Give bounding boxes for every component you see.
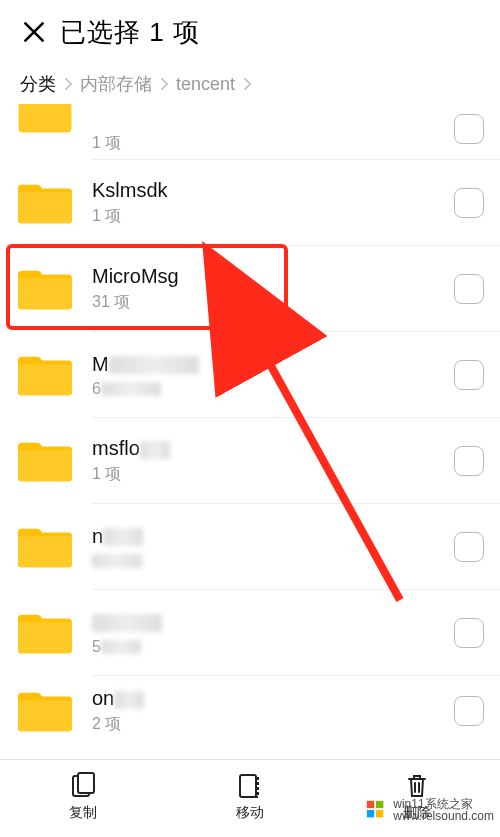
list-item[interactable]: 1 项: [0, 104, 500, 160]
folder-icon: [16, 688, 74, 734]
svg-rect-4: [367, 801, 374, 808]
watermark-logo-icon: [365, 799, 387, 821]
watermark-url: www.relsound.com: [393, 810, 494, 823]
svg-rect-5: [376, 801, 383, 808]
chevron-right-icon: [60, 77, 76, 91]
folder-name: MicroMsg: [92, 265, 446, 288]
list-item[interactable]: n: [0, 504, 500, 590]
folder-icon: [16, 104, 74, 134]
folder-name: Kslmsdk: [92, 179, 446, 202]
breadcrumb-seg[interactable]: tencent: [172, 74, 239, 95]
checkbox[interactable]: [454, 618, 484, 648]
folder-subtext: 6: [92, 380, 446, 398]
close-button[interactable]: [20, 18, 48, 46]
folder-icon: [16, 180, 74, 226]
folder-icon: [16, 266, 74, 312]
folder-subtext: 5: [92, 638, 446, 656]
svg-rect-2: [78, 773, 94, 793]
list-item[interactable]: on 2 项: [0, 676, 500, 746]
close-icon: [21, 19, 47, 45]
folder-icon: [16, 524, 74, 570]
folder-name: [92, 611, 446, 634]
folder-subtext: 1 项: [92, 206, 446, 227]
chevron-right-icon: [239, 77, 255, 91]
move-action[interactable]: 移动: [220, 772, 280, 822]
action-label: 复制: [69, 804, 97, 822]
svg-rect-7: [376, 810, 383, 817]
folder-icon: [16, 352, 74, 398]
checkbox[interactable]: [454, 274, 484, 304]
svg-rect-6: [367, 810, 374, 817]
folder-name: on: [92, 687, 446, 710]
trash-icon: [403, 772, 431, 800]
list-item[interactable]: msflo 1 项: [0, 418, 500, 504]
folder-list: 1 项 Kslmsdk 1 项 MicroMsg 31 项: [0, 104, 500, 746]
folder-subtext: 31 项: [92, 292, 446, 313]
folder-subtext: 1 项: [92, 133, 446, 154]
svg-rect-3: [240, 775, 256, 797]
copy-icon: [69, 772, 97, 800]
list-item[interactable]: Kslmsdk 1 项: [0, 160, 500, 246]
folder-icon: [16, 438, 74, 484]
list-item-micromsg[interactable]: MicroMsg 31 项: [0, 246, 500, 332]
checkbox[interactable]: [454, 114, 484, 144]
page-title: 已选择 1 项: [60, 15, 200, 50]
action-label: 移动: [236, 804, 264, 822]
folder-name: n: [92, 525, 446, 548]
move-icon: [236, 772, 264, 800]
folder-name: msflo: [92, 437, 446, 460]
breadcrumb-seg[interactable]: 分类: [16, 72, 60, 96]
folder-subtext: [92, 552, 446, 570]
checkbox[interactable]: [454, 446, 484, 476]
checkbox[interactable]: [454, 360, 484, 390]
folder-subtext: 2 项: [92, 714, 446, 735]
copy-action[interactable]: 复制: [53, 772, 113, 822]
folder-subtext: 1 项: [92, 464, 446, 485]
watermark: win11系统之家 www.relsound.com: [365, 798, 494, 823]
checkbox[interactable]: [454, 696, 484, 726]
list-item[interactable]: 5: [0, 590, 500, 676]
breadcrumb-seg[interactable]: 内部存储: [76, 72, 156, 96]
breadcrumb: 分类 内部存储 tencent: [0, 64, 500, 104]
checkbox[interactable]: [454, 532, 484, 562]
checkbox[interactable]: [454, 188, 484, 218]
folder-icon: [16, 610, 74, 656]
folder-name: M: [92, 353, 446, 376]
chevron-right-icon: [156, 77, 172, 91]
list-item[interactable]: M 6: [0, 332, 500, 418]
